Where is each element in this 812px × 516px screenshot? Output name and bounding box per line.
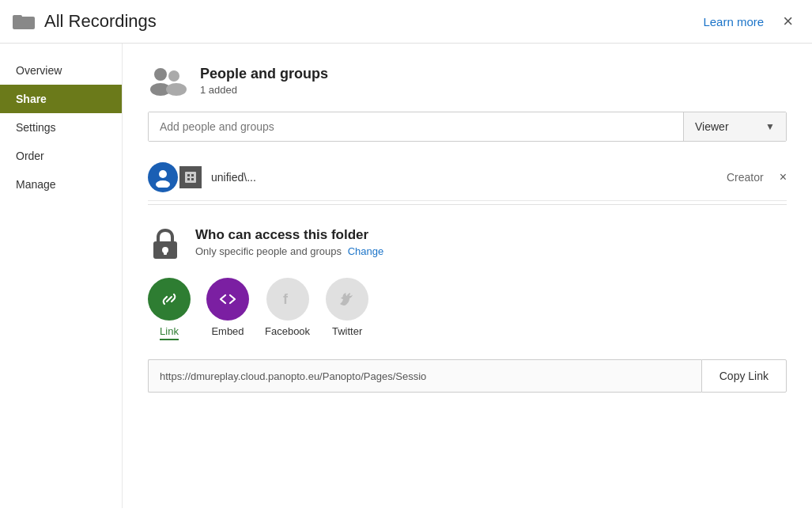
- svg-rect-11: [187, 178, 190, 180]
- people-groups-header: People and groups 1 added: [148, 66, 787, 96]
- svg-point-5: [166, 83, 187, 96]
- svg-rect-9: [187, 174, 190, 176]
- embed-circle-icon: [206, 278, 249, 321]
- page-title: All Recordings: [44, 11, 157, 32]
- viewer-label: Viewer: [695, 120, 729, 133]
- svg-point-4: [168, 70, 179, 82]
- svg-rect-1: [13, 15, 22, 19]
- people-groups-icon: [148, 66, 187, 96]
- svg-rect-15: [164, 250, 167, 255]
- user-row: unified\... Creator ×: [148, 154, 787, 201]
- copy-link-button[interactable]: Copy Link: [701, 359, 787, 393]
- svg-rect-8: [185, 172, 196, 183]
- org-icon: [179, 166, 202, 188]
- svg-text:f: f: [283, 291, 289, 307]
- sidebar: Overview Share Settings Order Manage: [0, 44, 123, 508]
- dropdown-arrow-icon: ▼: [765, 121, 775, 132]
- user-role: Creator: [727, 171, 764, 184]
- viewer-dropdown[interactable]: Viewer ▼: [683, 112, 786, 141]
- svg-rect-12: [191, 178, 194, 180]
- content-area: People and groups 1 added Viewer ▼: [123, 44, 812, 508]
- section-divider: [148, 204, 787, 205]
- share-facebook-label: Facebook: [265, 325, 310, 337]
- access-section: Who can access this folder Only specific…: [148, 227, 787, 393]
- svg-point-6: [159, 170, 167, 178]
- svg-rect-10: [191, 174, 194, 176]
- lock-icon: [148, 227, 183, 262]
- change-link[interactable]: Change: [348, 245, 384, 257]
- folder-icon: [13, 13, 35, 30]
- link-circle-icon: [148, 278, 191, 321]
- people-groups-count: 1 added: [200, 84, 328, 96]
- share-embed-label: Embed: [211, 325, 244, 337]
- share-link-label: Link: [160, 325, 179, 340]
- sidebar-item-order[interactable]: Order: [0, 142, 122, 170]
- facebook-circle-icon: f: [266, 278, 309, 321]
- header-right: Learn more ×: [703, 11, 793, 32]
- sidebar-item-manage[interactable]: Manage: [0, 170, 122, 199]
- sidebar-item-overview[interactable]: Overview: [0, 56, 122, 85]
- sidebar-item-settings[interactable]: Settings: [0, 113, 122, 142]
- copy-link-row: Copy Link: [148, 359, 787, 393]
- link-url-field[interactable]: [148, 359, 701, 393]
- remove-user-button[interactable]: ×: [780, 170, 787, 184]
- main-layout: Overview Share Settings Order Manage Peo…: [0, 44, 812, 508]
- share-facebook-button[interactable]: f Facebook: [265, 278, 310, 337]
- share-twitter-label: Twitter: [332, 325, 362, 337]
- people-groups-text: People and groups 1 added: [200, 66, 328, 96]
- access-header: Who can access this folder Only specific…: [148, 227, 787, 262]
- share-buttons: Link Embed f: [148, 278, 787, 340]
- svg-point-7: [156, 180, 170, 188]
- access-subtitle: Only specific people and groups Change: [195, 245, 383, 257]
- user-name: unified\...: [211, 171, 717, 184]
- add-people-input[interactable]: [149, 112, 683, 141]
- close-icon[interactable]: ×: [783, 11, 793, 32]
- people-groups-title: People and groups: [200, 66, 328, 82]
- sidebar-item-share[interactable]: Share: [0, 85, 122, 113]
- header: All Recordings Learn more ×: [0, 0, 812, 44]
- header-left: All Recordings: [13, 11, 157, 32]
- add-people-row: Viewer ▼: [148, 112, 787, 142]
- share-twitter-button[interactable]: Twitter: [326, 278, 368, 337]
- share-link-button[interactable]: Link: [148, 278, 191, 340]
- avatar: [148, 162, 178, 192]
- share-embed-button[interactable]: Embed: [206, 278, 249, 337]
- access-title: Who can access this folder: [195, 227, 383, 243]
- learn-more-link[interactable]: Learn more: [703, 15, 764, 28]
- access-text: Who can access this folder Only specific…: [195, 227, 383, 257]
- svg-point-2: [154, 68, 167, 81]
- twitter-circle-icon: [326, 278, 368, 321]
